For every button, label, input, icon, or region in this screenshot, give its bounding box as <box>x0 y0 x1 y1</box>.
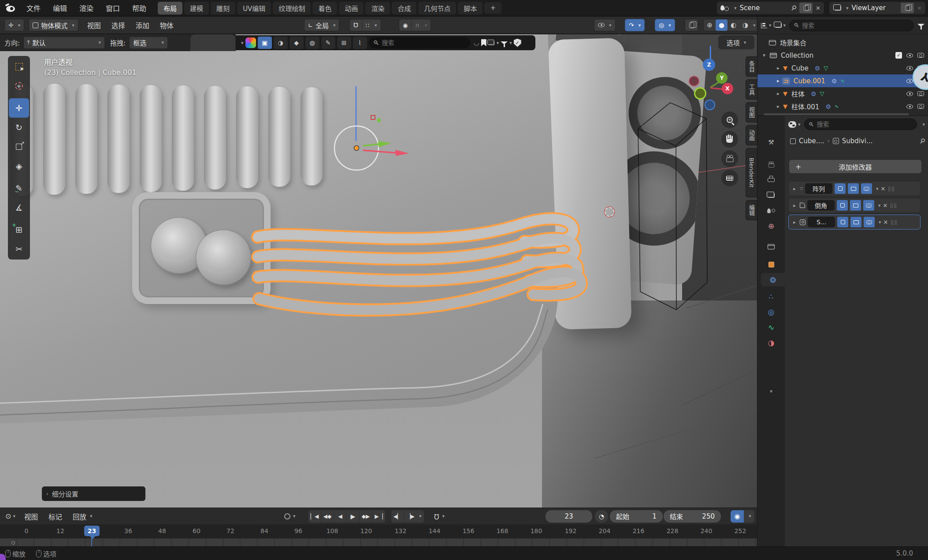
menu-file[interactable]: 文件 <box>20 0 47 16</box>
menu-window[interactable]: 窗口 <box>100 0 126 16</box>
pan-hand-button[interactable] <box>721 131 738 148</box>
tool-transform[interactable]: ◈ <box>9 156 29 176</box>
ntab-animation[interactable]: 动画 <box>746 125 757 145</box>
workspace-tab-modeling[interactable]: 建模 <box>184 2 209 15</box>
jump-to-start-button[interactable]: ▏◀ <box>308 510 321 523</box>
ntab-blenderkit[interactable]: BlenderKit <box>746 148 757 197</box>
modifier-extras-dropdown[interactable]: ▾ <box>876 186 879 192</box>
render-display-toggle[interactable] <box>863 200 874 211</box>
tool-cursor[interactable]: + <box>9 76 29 96</box>
tab-render-icon[interactable] <box>764 158 779 171</box>
tab-viewlayer-icon[interactable] <box>764 189 779 202</box>
outliner-filter-id-dropdown[interactable]: ▾ <box>775 22 786 28</box>
collection-checkbox[interactable]: ✓ <box>895 52 902 59</box>
workspace-tab-layout[interactable]: 布局 <box>158 2 182 15</box>
bk-filter-models[interactable]: ▣ <box>258 37 272 49</box>
outliner-row-cube[interactable]: ▸ ▼ Cube ⚙ ▽ <box>757 62 928 74</box>
drag-handle[interactable]: ⣿⣿ <box>890 203 897 208</box>
viewlayer-name[interactable]: ViewLayer <box>852 4 886 12</box>
direction-dropdown[interactable]: ⤒ 默认 ▾ <box>23 37 105 49</box>
filter-icon[interactable] <box>917 24 924 27</box>
shading-dropdown-icon[interactable]: ▾ <box>753 22 756 28</box>
gizmo-x-axis[interactable]: X <box>722 83 733 94</box>
tool-scale[interactable]: ↗ <box>9 137 29 156</box>
outliner-row-cylinder[interactable]: ▸ ▼ 柱体 ⚙ ▽ <box>757 87 928 100</box>
menu-view[interactable]: 视图 <box>82 20 106 30</box>
gizmo-x-neg[interactable] <box>689 76 699 86</box>
blender-logo-icon[interactable] <box>6 4 16 13</box>
shading-material-button[interactable]: ◐ <box>728 19 739 31</box>
viewport-options-button[interactable]: 选项▾ <box>718 35 754 49</box>
menu-render[interactable]: 渲染 <box>73 0 100 16</box>
modifier-name-field[interactable]: S... <box>808 217 835 227</box>
step-dropdown-icon[interactable]: ▾ <box>419 513 422 519</box>
breadcrumb-modifier[interactable]: Subdivi... <box>842 137 873 145</box>
hide-eye-icon[interactable] <box>906 104 913 109</box>
timeline-menu-marker[interactable]: 标记 <box>43 512 67 521</box>
timeline-track-area[interactable] <box>0 538 757 546</box>
realtime-display-toggle[interactable] <box>848 183 859 194</box>
expander-icon[interactable]: ▸ <box>775 78 781 84</box>
modifier-bevel[interactable]: ▸ 倒角 ▾ ✕ ⣿⣿ <box>788 198 921 213</box>
tab-output-icon[interactable] <box>764 173 779 186</box>
properties-editor-type-dropdown[interactable]: ▾ <box>788 121 801 128</box>
hide-eye-icon[interactable] <box>906 92 913 96</box>
modifier-extras-dropdown[interactable]: ▾ <box>879 219 881 225</box>
tab-scene-icon[interactable] <box>764 204 779 217</box>
timeline-ruler[interactable]: 0 12 36 48 60 72 84 96 108 120 132 144 1… <box>0 524 757 538</box>
workspace-tab-scripting[interactable]: 脚本 <box>458 2 483 15</box>
frame-end-field[interactable]: 结束 250 <box>664 510 721 523</box>
transform-orientation-dropdown[interactable]: ∟ 全局▾ <box>304 19 339 31</box>
bk-display-dropdown[interactable]: ▾ <box>488 40 499 46</box>
gizmo-z-axis[interactable]: Z <box>703 59 715 71</box>
render-display-toggle[interactable] <box>864 217 875 227</box>
gizmo-y-neg[interactable] <box>694 87 706 100</box>
pin-icon[interactable]: ⚲ <box>918 137 927 146</box>
remove-viewlayer-icon[interactable]: ✕ <box>917 5 922 11</box>
delete-modifier-icon[interactable]: ✕ <box>883 202 888 209</box>
expander-icon[interactable]: ▸ <box>791 203 798 208</box>
modifier-extras-dropdown[interactable]: ▾ <box>878 203 881 208</box>
expander-icon[interactable]: ▸ <box>775 104 781 109</box>
menu-help[interactable]: 帮助 <box>126 0 152 16</box>
shading-rendered-button[interactable]: ◑ <box>739 19 751 31</box>
tab-modifiers-icon[interactable]: ⚙ <box>761 273 785 286</box>
tab-tool-icon[interactable]: ⚒ <box>764 136 779 149</box>
workspace-tab-shading[interactable]: 着色 <box>312 2 337 15</box>
shield-check-icon[interactable]: ✓ <box>514 39 521 47</box>
workspace-add-button[interactable]: + <box>484 2 501 14</box>
xray-toggle[interactable] <box>685 19 698 31</box>
new-scene-button[interactable] <box>799 3 813 13</box>
visibility-dropdown[interactable]: ▾ <box>594 19 616 31</box>
bk-filter-materials[interactable]: ◑ <box>274 37 288 49</box>
bk-filter-nodegroups[interactable]: ⊞ <box>337 37 351 49</box>
proportional-edit-widget[interactable]: ◉ ∩▾ <box>399 19 431 31</box>
workspace-tab-rendering[interactable]: 渲染 <box>365 2 390 15</box>
render-display-toggle[interactable] <box>861 183 872 194</box>
delete-modifier-icon[interactable]: ✕ <box>883 219 888 226</box>
modifier-name-field[interactable]: 倒角 <box>807 200 835 211</box>
timeline-editor-type-dropdown[interactable]: ⊙▾ <box>5 512 15 520</box>
jump-to-end-button[interactable]: ▶▕ <box>372 510 385 523</box>
tool-knife-cube[interactable]: ✂ <box>9 239 29 259</box>
redo-panel[interactable]: › 细分设置 <box>42 486 145 501</box>
menu-edit[interactable]: 编辑 <box>47 0 73 16</box>
zoom-button[interactable]: + <box>721 111 738 128</box>
ntab-edit[interactable]: 编辑 <box>746 200 757 220</box>
tabs-overflow-icon[interactable]: ▾ <box>764 385 779 398</box>
modifier-name-field[interactable]: 阵列 <box>805 183 832 194</box>
tab-collection-icon[interactable] <box>764 240 779 253</box>
realtime-display-toggle[interactable] <box>850 217 861 227</box>
delete-modifier-icon[interactable]: ✕ <box>881 185 886 192</box>
outliner-display-mode-dropdown[interactable]: ▾ <box>761 22 772 28</box>
prev-frame-button[interactable]: ◀▏ <box>391 510 404 523</box>
expander-icon[interactable]: ▸ <box>775 91 781 96</box>
keying-dropdown[interactable]: ▾ <box>744 510 754 523</box>
outliner-row-cylinder001[interactable]: ▸ ▼ 柱体.001 ⚙ ∿ <box>757 100 928 113</box>
bk-filter-brushes[interactable]: ✎ <box>321 37 335 49</box>
hide-eye-icon[interactable] <box>906 66 913 70</box>
frame-start-field[interactable]: 起始 1 <box>610 510 663 523</box>
workspace-tab-animation[interactable]: 动画 <box>339 2 364 15</box>
gizmo-y-axis[interactable]: Y <box>716 72 728 84</box>
tab-data-icon[interactable]: ∿ <box>764 321 779 334</box>
